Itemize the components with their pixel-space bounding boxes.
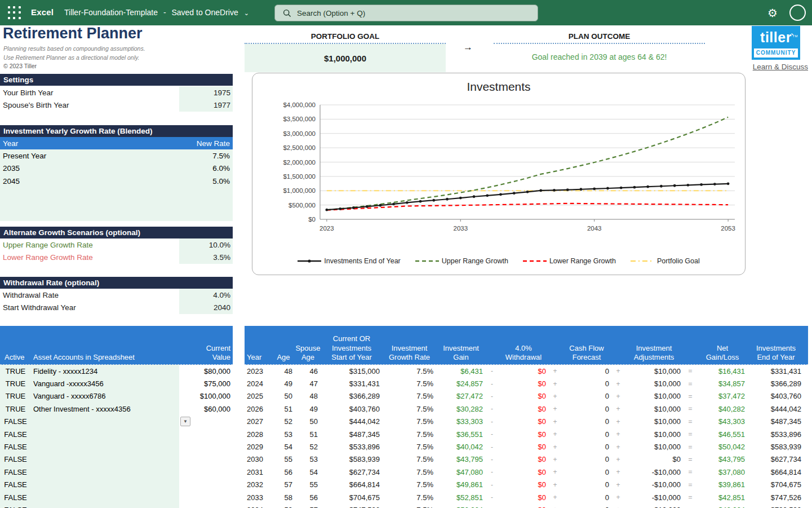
withdrawal-cell[interactable]: $0 <box>498 443 549 451</box>
age-cell[interactable]: 54 <box>272 443 295 451</box>
age-cell[interactable]: 49 <box>272 379 295 388</box>
investment-adjustments-cell[interactable]: $10,000 <box>624 379 684 388</box>
cash-flow-forecast-cell[interactable]: 0 <box>561 455 612 463</box>
end-of-year-cell[interactable]: $747,526 <box>748 493 804 502</box>
account-active-cell[interactable]: TRUE <box>0 377 31 390</box>
investment-gain-cell[interactable]: $40,042 <box>436 443 486 451</box>
withdrawal-cell[interactable]: $0 <box>498 493 549 502</box>
end-of-year-cell[interactable]: $583,939 <box>748 443 804 451</box>
projection-header-cell[interactable]: Cash Flow Forecast <box>561 344 612 365</box>
account-active-cell[interactable]: TRUE <box>0 365 31 377</box>
cash-flow-forecast-cell[interactable]: 0 <box>561 443 612 451</box>
account-name-cell[interactable]: Vanguard - xxxxx6786 <box>31 390 179 403</box>
age-cell[interactable]: 57 <box>272 480 295 489</box>
document-title[interactable]: Tiller-Foundation-Template - Saved to On… <box>64 8 249 17</box>
growth-rate-cell[interactable]: 7.5% <box>383 468 436 476</box>
investment-adjustments-cell[interactable]: $0 <box>624 455 684 463</box>
projection-header-cell[interactable] <box>684 362 697 364</box>
account-value-cell[interactable]: $60,000 <box>179 403 233 415</box>
account-value-cell[interactable] <box>179 491 233 503</box>
cash-flow-forecast-cell[interactable]: 0 <box>561 468 612 476</box>
growth-rate-cell[interactable]: 7.5% <box>383 455 436 463</box>
year-cell[interactable]: 2027 <box>245 417 272 426</box>
growth-col-year[interactable]: Year <box>0 139 197 148</box>
investment-gain-cell[interactable]: $43,795 <box>436 455 486 463</box>
growth-year-cell[interactable]: Present Year <box>0 152 212 160</box>
account-active-cell[interactable]: FALSE <box>0 466 31 478</box>
alt-growth-value-cell[interactable]: 10.0% <box>179 238 233 251</box>
account-name-cell[interactable]: Vanguard -xxxxx3456 <box>31 377 179 390</box>
account-value-cell[interactable] <box>179 466 233 478</box>
investment-gain-cell[interactable]: $30,282 <box>436 405 486 413</box>
projection-header-cell[interactable]: Year <box>245 353 272 364</box>
end-of-year-cell[interactable]: $366,289 <box>748 379 804 388</box>
year-cell[interactable]: 2030 <box>245 455 272 463</box>
investment-gain-cell[interactable]: $56,064 <box>436 506 486 508</box>
spouse-age-cell[interactable]: 51 <box>295 430 321 439</box>
year-cell[interactable]: 2025 <box>245 392 272 400</box>
account-active-cell[interactable]: TRUE <box>0 403 31 415</box>
withdrawal-label[interactable]: Withdrawal Rate <box>0 291 179 299</box>
age-cell[interactable]: 59 <box>272 506 295 508</box>
account-name-cell[interactable] <box>31 479 179 491</box>
investment-adjustments-cell[interactable]: $10,000 <box>624 443 684 451</box>
age-cell[interactable]: 51 <box>272 405 295 413</box>
withdrawal-value-cell[interactable]: 4.0% <box>179 289 233 301</box>
spouse-age-cell[interactable]: 55 <box>295 480 321 489</box>
withdrawal-cell[interactable]: $0 <box>498 430 549 439</box>
investment-adjustments-cell[interactable]: $10,000 <box>624 430 684 439</box>
age-cell[interactable]: 55 <box>272 455 295 463</box>
end-of-year-cell[interactable]: $704,675 <box>748 480 804 489</box>
withdrawal-cell[interactable]: $0 <box>498 392 549 400</box>
start-of-year-cell[interactable]: $331,431 <box>321 379 383 388</box>
cash-flow-forecast-cell[interactable]: 0 <box>561 392 612 400</box>
account-active-cell[interactable]: TRUE <box>0 390 31 403</box>
net-gain-loss-cell[interactable]: $46,064 <box>697 506 748 508</box>
projection-header-cell[interactable]: Age <box>272 353 295 364</box>
net-gain-loss-cell[interactable]: $37,472 <box>697 392 748 400</box>
spouse-age-cell[interactable]: 52 <box>295 443 321 451</box>
start-of-year-cell[interactable]: $747,526 <box>321 506 383 508</box>
spouse-age-cell[interactable]: 49 <box>295 405 321 413</box>
tiller-community-logo[interactable]: tiller`TM COMMUNITY <box>752 26 800 60</box>
projection-header-cell[interactable] <box>549 362 561 364</box>
investment-gain-cell[interactable]: $49,861 <box>436 480 486 489</box>
withdrawal-value-cell[interactable]: 2040 <box>179 301 233 313</box>
growth-rate-cell[interactable]: 7.5% <box>383 417 436 426</box>
investment-adjustments-cell[interactable]: $10,000 <box>624 392 684 400</box>
account-name-cell[interactable] <box>31 491 179 503</box>
account-active-cell[interactable]: FALSE <box>0 503 31 508</box>
app-launcher-icon[interactable] <box>8 6 21 20</box>
net-gain-loss-cell[interactable]: $16,431 <box>697 367 748 376</box>
account-name-cell[interactable] <box>31 466 179 478</box>
age-cell[interactable]: 50 <box>272 392 295 400</box>
alt-growth-value-cell[interactable]: 3.5% <box>179 251 233 263</box>
investment-adjustments-cell[interactable]: -$10,000 <box>624 480 684 489</box>
growth-year-cell[interactable]: 2045 <box>0 177 212 185</box>
account-name-cell[interactable] <box>31 416 179 428</box>
alt-growth-label[interactable]: Upper Range Growth Rate <box>0 241 179 249</box>
year-cell[interactable]: 2023 <box>245 367 272 376</box>
alt-growth-section-header[interactable]: Alternate Growth Scenarios (optional) <box>0 227 233 238</box>
year-cell[interactable]: 2033 <box>245 493 272 502</box>
account-active-cell[interactable]: FALSE <box>0 491 31 503</box>
net-gain-loss-cell[interactable]: $34,857 <box>697 379 748 388</box>
settings-value-cell[interactable]: 1975 <box>179 86 233 99</box>
investment-gain-cell[interactable]: $36,551 <box>436 430 486 439</box>
account-active-cell[interactable]: FALSE <box>0 428 31 440</box>
account-active-cell[interactable]: FALSE <box>0 440 31 453</box>
asset-accounts-header-cell[interactable]: Asset Accounts in Spreadsheet <box>31 353 179 364</box>
cash-flow-forecast-cell[interactable]: 0 <box>561 430 612 439</box>
cash-flow-forecast-cell[interactable]: 0 <box>561 480 612 489</box>
alt-growth-label[interactable]: Lower Range Growth Rate <box>0 253 179 262</box>
settings-label[interactable]: Your Birth Year <box>0 89 179 97</box>
investment-gain-cell[interactable]: $52,851 <box>436 493 486 502</box>
growth-col-new-rate[interactable]: New Rate <box>197 139 233 148</box>
growth-rate-section-header[interactable]: Investment Yearly Growth Rate (Blended) <box>0 125 233 137</box>
account-name-cell[interactable] <box>31 503 179 508</box>
account-name-cell[interactable] <box>31 428 179 440</box>
spouse-age-cell[interactable]: 53 <box>295 455 321 463</box>
account-value-cell[interactable] <box>179 479 233 491</box>
withdrawal-cell[interactable]: $0 <box>498 506 549 508</box>
start-of-year-cell[interactable]: $533,896 <box>321 443 383 451</box>
